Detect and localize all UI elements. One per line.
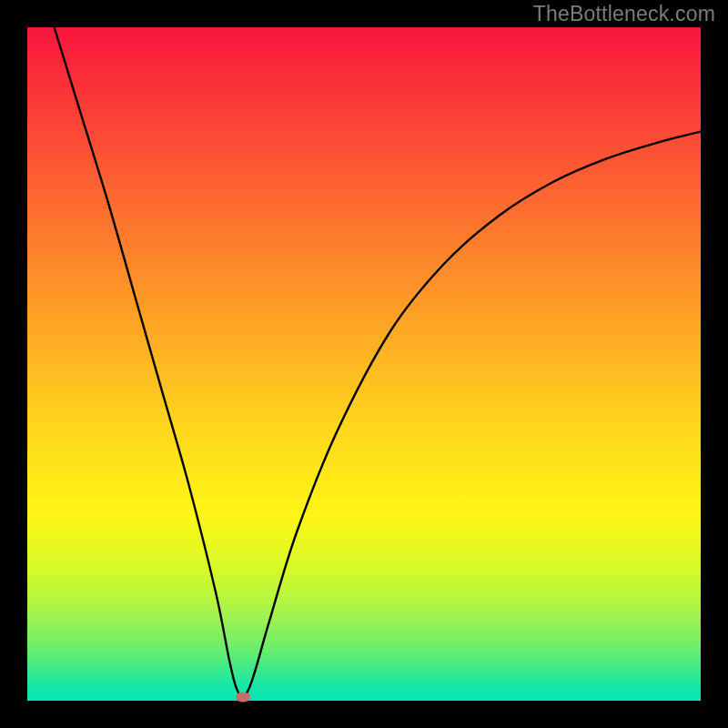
minimum-marker [236,693,250,703]
plot-area [27,27,701,701]
curve-svg [27,27,701,701]
bottleneck-curve [55,27,701,697]
attribution-label: TheBottleneck.com [533,2,715,26]
chart-container: TheBottleneck.com [0,0,728,728]
